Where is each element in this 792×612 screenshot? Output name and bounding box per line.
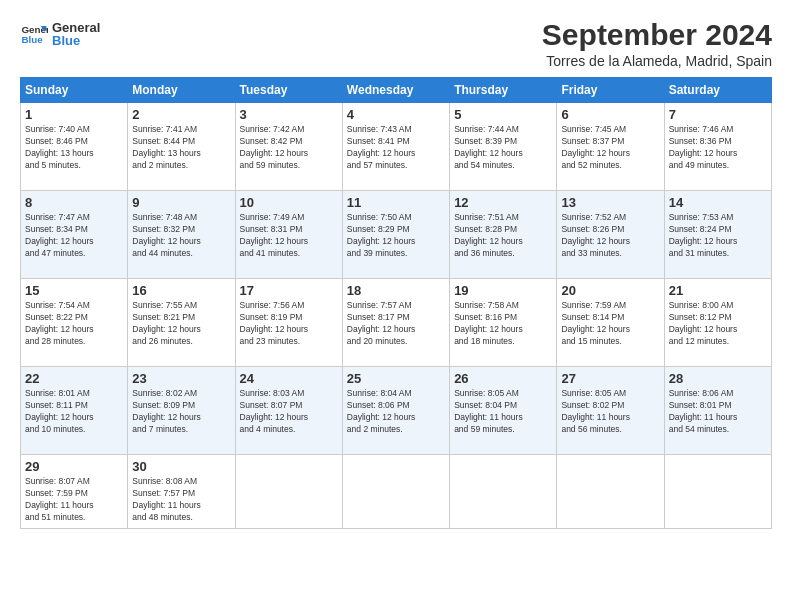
table-row xyxy=(450,455,557,529)
table-row: 28Sunrise: 8:06 AMSunset: 8:01 PMDayligh… xyxy=(664,367,771,455)
daylight-hours: Daylight: 13 hours xyxy=(132,148,201,158)
sunset-info: Sunset: 8:44 PM xyxy=(132,136,195,146)
day-info: Sunrise: 7:56 AMSunset: 8:19 PMDaylight:… xyxy=(240,300,338,348)
sunset-info: Sunset: 8:41 PM xyxy=(347,136,410,146)
sunset-info: Sunset: 8:22 PM xyxy=(25,312,88,322)
table-row: 17Sunrise: 7:56 AMSunset: 8:19 PMDayligh… xyxy=(235,279,342,367)
table-row xyxy=(664,455,771,529)
day-info: Sunrise: 7:59 AMSunset: 8:14 PMDaylight:… xyxy=(561,300,659,348)
day-number: 3 xyxy=(240,107,338,122)
daylight-hours: Daylight: 12 hours xyxy=(240,324,309,334)
day-number: 30 xyxy=(132,459,230,474)
daylight-hours: Daylight: 12 hours xyxy=(347,324,416,334)
calendar-table: Sunday Monday Tuesday Wednesday Thursday… xyxy=(20,77,772,529)
sunrise-info: Sunrise: 7:46 AM xyxy=(669,124,734,134)
sunrise-info: Sunrise: 7:49 AM xyxy=(240,212,305,222)
page: General Blue General Blue September 2024… xyxy=(0,0,792,612)
daylight-hours: Daylight: 12 hours xyxy=(561,148,630,158)
sunset-info: Sunset: 8:07 PM xyxy=(240,400,303,410)
day-info: Sunrise: 7:43 AMSunset: 8:41 PMDaylight:… xyxy=(347,124,445,172)
sunset-info: Sunset: 8:39 PM xyxy=(454,136,517,146)
daylight-hours: Daylight: 12 hours xyxy=(25,324,94,334)
header-monday: Monday xyxy=(128,78,235,103)
day-number: 21 xyxy=(669,283,767,298)
table-row: 21Sunrise: 8:00 AMSunset: 8:12 PMDayligh… xyxy=(664,279,771,367)
table-row: 20Sunrise: 7:59 AMSunset: 8:14 PMDayligh… xyxy=(557,279,664,367)
table-row: 6Sunrise: 7:45 AMSunset: 8:37 PMDaylight… xyxy=(557,103,664,191)
table-row: 25Sunrise: 8:04 AMSunset: 8:06 PMDayligh… xyxy=(342,367,449,455)
daylight-hours: Daylight: 12 hours xyxy=(347,236,416,246)
table-row: 2Sunrise: 7:41 AMSunset: 8:44 PMDaylight… xyxy=(128,103,235,191)
day-info: Sunrise: 8:03 AMSunset: 8:07 PMDaylight:… xyxy=(240,388,338,436)
sunset-info: Sunset: 8:46 PM xyxy=(25,136,88,146)
day-info: Sunrise: 7:47 AMSunset: 8:34 PMDaylight:… xyxy=(25,212,123,260)
day-detail: and 54 minutes. xyxy=(669,424,729,434)
day-number: 6 xyxy=(561,107,659,122)
day-number: 19 xyxy=(454,283,552,298)
day-detail: and 47 minutes. xyxy=(25,248,85,258)
day-info: Sunrise: 7:46 AMSunset: 8:36 PMDaylight:… xyxy=(669,124,767,172)
day-detail: and 39 minutes. xyxy=(347,248,407,258)
day-info: Sunrise: 7:52 AMSunset: 8:26 PMDaylight:… xyxy=(561,212,659,260)
sunrise-info: Sunrise: 8:02 AM xyxy=(132,388,197,398)
sunset-info: Sunset: 8:42 PM xyxy=(240,136,303,146)
daylight-hours: Daylight: 12 hours xyxy=(132,236,201,246)
sunrise-info: Sunrise: 8:01 AM xyxy=(25,388,90,398)
day-number: 15 xyxy=(25,283,123,298)
day-info: Sunrise: 7:54 AMSunset: 8:22 PMDaylight:… xyxy=(25,300,123,348)
sunrise-info: Sunrise: 7:53 AM xyxy=(669,212,734,222)
table-row: 27Sunrise: 8:05 AMSunset: 8:02 PMDayligh… xyxy=(557,367,664,455)
day-info: Sunrise: 8:00 AMSunset: 8:12 PMDaylight:… xyxy=(669,300,767,348)
day-number: 10 xyxy=(240,195,338,210)
daylight-hours: Daylight: 12 hours xyxy=(240,412,309,422)
table-row: 8Sunrise: 7:47 AMSunset: 8:34 PMDaylight… xyxy=(21,191,128,279)
sunset-info: Sunset: 8:04 PM xyxy=(454,400,517,410)
table-row: 12Sunrise: 7:51 AMSunset: 8:28 PMDayligh… xyxy=(450,191,557,279)
table-row: 10Sunrise: 7:49 AMSunset: 8:31 PMDayligh… xyxy=(235,191,342,279)
sunrise-info: Sunrise: 7:50 AM xyxy=(347,212,412,222)
sunrise-info: Sunrise: 8:05 AM xyxy=(454,388,519,398)
day-detail: and 52 minutes. xyxy=(561,160,621,170)
calendar-week-row: 15Sunrise: 7:54 AMSunset: 8:22 PMDayligh… xyxy=(21,279,772,367)
table-row xyxy=(235,455,342,529)
day-number: 20 xyxy=(561,283,659,298)
day-number: 17 xyxy=(240,283,338,298)
calendar-week-row: 29Sunrise: 8:07 AMSunset: 7:59 PMDayligh… xyxy=(21,455,772,529)
day-detail: and 18 minutes. xyxy=(454,336,514,346)
sunset-info: Sunset: 8:14 PM xyxy=(561,312,624,322)
day-info: Sunrise: 8:06 AMSunset: 8:01 PMDaylight:… xyxy=(669,388,767,436)
sunset-info: Sunset: 7:59 PM xyxy=(25,488,88,498)
sunrise-info: Sunrise: 7:42 AM xyxy=(240,124,305,134)
sunset-info: Sunset: 8:12 PM xyxy=(669,312,732,322)
sunrise-info: Sunrise: 8:08 AM xyxy=(132,476,197,486)
daylight-hours: Daylight: 12 hours xyxy=(347,412,416,422)
calendar-week-row: 1Sunrise: 7:40 AMSunset: 8:46 PMDaylight… xyxy=(21,103,772,191)
day-detail: and 44 minutes. xyxy=(132,248,192,258)
day-number: 28 xyxy=(669,371,767,386)
day-detail: and 49 minutes. xyxy=(669,160,729,170)
day-detail: and 31 minutes. xyxy=(669,248,729,258)
day-number: 13 xyxy=(561,195,659,210)
day-number: 22 xyxy=(25,371,123,386)
daylight-hours: Daylight: 12 hours xyxy=(454,148,523,158)
day-info: Sunrise: 7:45 AMSunset: 8:37 PMDaylight:… xyxy=(561,124,659,172)
daylight-hours: Daylight: 12 hours xyxy=(240,236,309,246)
day-info: Sunrise: 8:01 AMSunset: 8:11 PMDaylight:… xyxy=(25,388,123,436)
header-wednesday: Wednesday xyxy=(342,78,449,103)
header: General Blue General Blue September 2024… xyxy=(20,18,772,69)
sunrise-info: Sunrise: 7:48 AM xyxy=(132,212,197,222)
sunrise-info: Sunrise: 8:04 AM xyxy=(347,388,412,398)
table-row: 3Sunrise: 7:42 AMSunset: 8:42 PMDaylight… xyxy=(235,103,342,191)
day-number: 27 xyxy=(561,371,659,386)
sunrise-info: Sunrise: 7:45 AM xyxy=(561,124,626,134)
sunset-info: Sunset: 8:31 PM xyxy=(240,224,303,234)
sunset-info: Sunset: 8:01 PM xyxy=(669,400,732,410)
header-thursday: Thursday xyxy=(450,78,557,103)
day-detail: and 57 minutes. xyxy=(347,160,407,170)
day-info: Sunrise: 8:07 AMSunset: 7:59 PMDaylight:… xyxy=(25,476,123,524)
day-detail: and 59 minutes. xyxy=(454,424,514,434)
day-number: 18 xyxy=(347,283,445,298)
day-info: Sunrise: 7:55 AMSunset: 8:21 PMDaylight:… xyxy=(132,300,230,348)
day-detail: and 10 minutes. xyxy=(25,424,85,434)
day-detail: and 12 minutes. xyxy=(669,336,729,346)
